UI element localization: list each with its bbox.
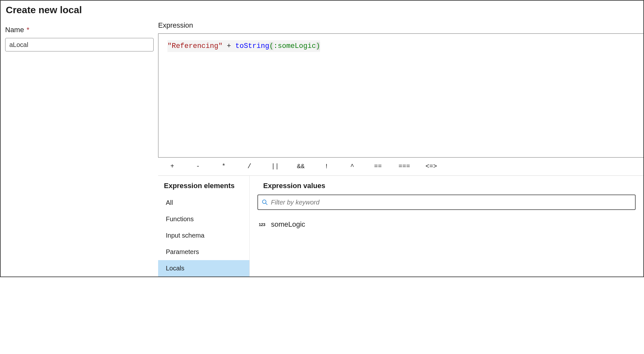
operator-button[interactable]: || [270,161,280,172]
operator-button[interactable]: <=> [425,161,437,172]
values-title: Expression values [257,182,636,195]
operator-button[interactable]: / [244,161,255,172]
svg-point-0 [263,200,266,204]
elements-item[interactable]: All [158,195,249,211]
expression-label: Expression [158,21,643,30]
right-panel: Expression "Referencing" + toString(:som… [158,1,643,277]
operator-button[interactable]: ^ [347,161,357,172]
elements-title: Expression elements [158,182,249,195]
values-search[interactable] [257,195,636,210]
required-asterisk: * [27,26,30,34]
elements-item[interactable]: Functions [158,211,249,227]
elements-list: AllFunctionsInput schemaParametersLocals [158,195,249,277]
operator-button[interactable]: === [398,161,410,172]
helper-section: Expression elements AllFunctionsInput sc… [158,176,643,277]
values-search-input[interactable] [271,199,631,206]
token-lparen: ( [269,42,273,50]
value-item[interactable]: 123someLogic [257,218,636,231]
type-badge-icon: 123 [259,222,265,227]
operator-button[interactable]: - [193,161,203,172]
left-panel: Create new local Name * [1,1,158,277]
token-function: toString [235,42,269,50]
name-input[interactable] [5,38,154,51]
operator-button[interactable]: ! [321,161,332,172]
token-plus: + [223,42,236,50]
dialog-window: Create new local Name * Expression "Refe… [0,0,644,277]
svg-line-1 [266,203,267,205]
name-label: Name * [5,26,154,34]
elements-item[interactable]: Locals [158,260,249,277]
search-icon [262,199,268,205]
expression-content: "Referencing" + toString(:someLogic) [167,40,320,52]
token-string: "Referencing" [167,42,223,50]
operator-button[interactable]: && [296,161,306,172]
operator-button[interactable]: + [167,161,177,172]
name-label-text: Name [5,26,24,34]
value-item-label: someLogic [271,220,305,229]
operator-button[interactable]: * [219,161,229,172]
page-title: Create new local [6,5,154,15]
expression-editor[interactable]: "Referencing" + toString(:someLogic) [158,33,643,158]
token-rparen: ) [316,42,320,50]
elements-item[interactable]: Parameters [158,244,249,260]
operators-bar: +-*/||&&!^=====<=> [158,158,643,176]
token-param: :someLogic [273,42,316,50]
operator-button[interactable]: == [373,161,383,172]
values-list: 123someLogic [257,218,636,231]
expression-values-panel: Expression values 123someLogic [250,176,643,277]
expression-elements-panel: Expression elements AllFunctionsInput sc… [158,176,250,277]
elements-item[interactable]: Input schema [158,227,249,244]
